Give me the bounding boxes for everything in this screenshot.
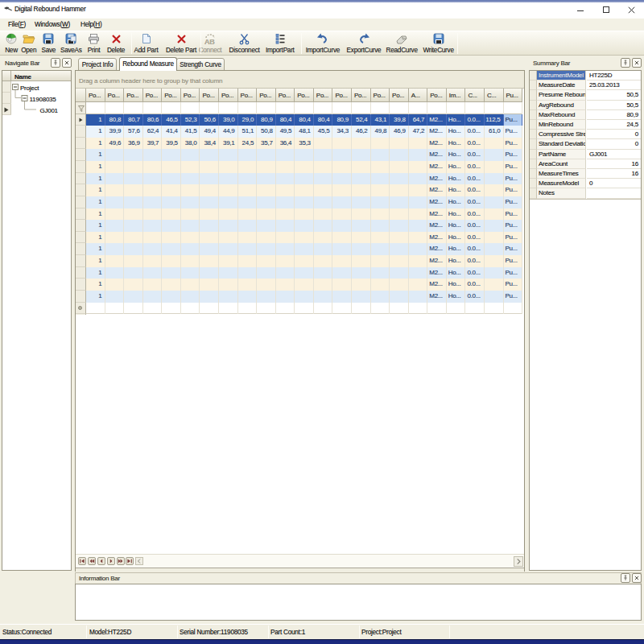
svg-text:AB: AB (204, 38, 215, 45)
